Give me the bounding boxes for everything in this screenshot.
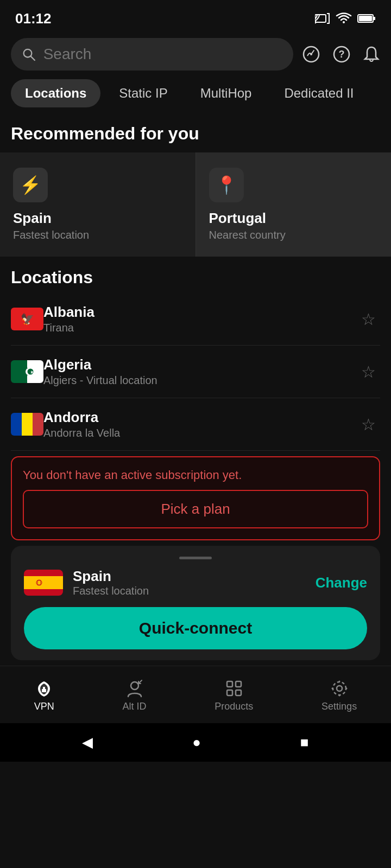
favorite-algeria[interactable]: ☆ — [357, 358, 380, 386]
pick-plan-button[interactable]: Pick a plan — [23, 490, 368, 528]
android-nav: ◀ ● ■ — [0, 723, 391, 762]
speed-icon[interactable] — [302, 45, 320, 63]
svg-rect-3 — [359, 16, 372, 21]
location-city-algeria: Algiers - Virtual location — [43, 374, 357, 387]
cast-icon — [315, 12, 330, 24]
products-icon — [225, 679, 243, 698]
tab-static-ip[interactable]: Static IP — [105, 79, 181, 107]
nav-item-alt-id[interactable]: Alt ID — [112, 675, 157, 717]
location-name-algeria: Algeria — [43, 356, 357, 373]
change-location-button[interactable]: Change — [316, 575, 367, 591]
svg-rect-20 — [22, 413, 33, 436]
flag-andorra — [11, 413, 43, 436]
svg-rect-21 — [33, 413, 43, 436]
nav-label-alt-id: Alt ID — [123, 701, 147, 712]
flag-algeria — [11, 360, 43, 383]
svg-rect-31 — [227, 690, 232, 695]
location-name-albania: Albania — [43, 304, 357, 321]
tab-multihop[interactable]: MultiHop — [186, 79, 266, 107]
rec-card-spain-icon: ⚡ — [13, 168, 48, 202]
location-city-andorra: Andorra la Vella — [43, 427, 357, 439]
nav-item-products[interactable]: Products — [204, 675, 264, 717]
svg-rect-4 — [374, 17, 375, 20]
favorite-andorra[interactable]: ☆ — [357, 411, 380, 438]
tab-bar: Locations Static IP MultiHop Dedicated I… — [0, 79, 391, 107]
svg-rect-23 — [24, 576, 63, 589]
svg-point-9 — [310, 53, 312, 55]
quick-connect-button[interactable]: Quick-connect — [24, 607, 367, 649]
status-bar: 01:12 — [0, 0, 391, 33]
flag-albania: 🦅 — [11, 308, 43, 330]
rec-card-spain-subtitle: Fastest location — [13, 229, 182, 241]
tab-locations[interactable]: Locations — [11, 79, 100, 107]
favorite-albania[interactable]: ☆ — [357, 305, 380, 333]
panel-subtitle: Fastest location — [73, 585, 316, 597]
help-icon[interactable]: ? — [332, 45, 351, 63]
svg-rect-27 — [42, 689, 46, 692]
svg-rect-19 — [11, 413, 22, 436]
svg-rect-30 — [236, 681, 241, 687]
location-item-andorra[interactable]: Andorra Andorra la Vella ☆ — [11, 398, 380, 451]
rec-card-portugal[interactable]: 📍 Portugal Nearest country — [196, 152, 392, 257]
subscription-banner: You don't have an active subscription ye… — [11, 456, 380, 540]
nav-item-vpn[interactable]: VPN — [23, 675, 65, 717]
status-icons — [315, 12, 376, 24]
subscription-message: You don't have an active subscription ye… — [23, 468, 368, 482]
locations-title: Locations — [11, 267, 380, 288]
svg-point-33 — [337, 686, 342, 691]
android-back-button[interactable]: ◀ — [82, 734, 93, 751]
bottom-nav: VPN Alt ID Products Settings — [0, 666, 391, 723]
status-time: 01:12 — [15, 10, 52, 27]
wifi-icon — [336, 12, 352, 24]
svg-text:🦅: 🦅 — [21, 312, 34, 326]
rec-card-portugal-icon: 📍 — [209, 168, 244, 202]
svg-point-34 — [333, 682, 346, 695]
location-item-albania[interactable]: 🦅 Albania Tirana ☆ — [11, 293, 380, 346]
alt-id-icon — [125, 679, 144, 698]
nav-label-products: Products — [215, 701, 253, 712]
connection-panel: Spain Fastest location Change Quick-conn… — [11, 546, 380, 660]
rec-card-portugal-country: Portugal — [209, 210, 379, 227]
settings-icon — [330, 679, 349, 698]
search-icon — [22, 47, 36, 62]
svg-point-1 — [315, 21, 317, 24]
recommended-cards: ⚡ Spain Fastest location 📍 Portugal Near… — [0, 152, 391, 257]
android-recent-button[interactable]: ■ — [300, 734, 309, 751]
nav-label-settings: Settings — [321, 701, 357, 712]
svg-rect-32 — [236, 690, 241, 695]
search-action-icons: ? — [302, 45, 380, 63]
panel-location-row: Spain Fastest location Change — [24, 568, 367, 597]
rec-card-spain-country: Spain — [13, 210, 182, 227]
locations-section: Locations 🦅 Albania Tirana ☆ Algeria Alg… — [0, 257, 391, 451]
location-name-andorra: Andorra — [43, 409, 357, 426]
svg-point-28 — [131, 682, 138, 690]
vpn-icon — [35, 679, 53, 698]
location-city-albania: Tirana — [43, 322, 357, 334]
svg-point-17 — [28, 369, 34, 375]
svg-text:?: ? — [339, 49, 345, 60]
drag-handle — [179, 557, 212, 559]
nav-item-settings[interactable]: Settings — [311, 675, 368, 717]
rec-card-portugal-subtitle: Nearest country — [209, 229, 379, 241]
battery-icon — [357, 14, 376, 23]
panel-country: Spain — [73, 568, 316, 585]
location-item-algeria[interactable]: Algeria Algiers - Virtual location ☆ — [11, 346, 380, 398]
svg-rect-29 — [227, 681, 232, 687]
nav-label-vpn: VPN — [34, 701, 54, 712]
recommended-title: Recommended for you — [0, 118, 391, 152]
panel-flag-spain — [24, 570, 63, 596]
search-bar: ? — [11, 38, 380, 71]
search-input[interactable] — [43, 46, 282, 63]
bell-icon[interactable] — [363, 45, 380, 63]
search-input-wrapper[interactable] — [11, 38, 293, 71]
android-home-button[interactable]: ● — [192, 734, 201, 751]
recommended-section: Recommended for you ⚡ Spain Fastest loca… — [0, 118, 391, 257]
rec-card-spain[interactable]: ⚡ Spain Fastest location — [0, 152, 196, 257]
svg-line-6 — [31, 56, 35, 60]
tab-dedicated[interactable]: Dedicated II — [270, 79, 368, 107]
